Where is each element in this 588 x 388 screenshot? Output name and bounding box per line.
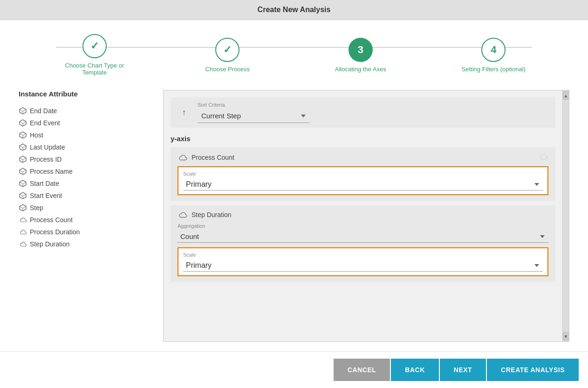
attr-step-duration: Step Duration: [19, 238, 149, 250]
svg-line-34: [23, 206, 26, 208]
step-1-circle: ✓: [82, 34, 107, 58]
svg-line-30: [23, 194, 26, 196]
attr-process-id: Process ID: [19, 153, 149, 165]
cube-icon-last-update: [19, 143, 27, 151]
cloud-icon-process-count: [19, 216, 27, 224]
attr-start-event: Start Event: [19, 190, 149, 202]
step-2-check: ✓: [223, 44, 232, 56]
svg-line-10: [23, 134, 26, 136]
y-axis-label: y-axis: [171, 135, 555, 143]
step-duration-scale-select[interactable]: Primary Secondary: [183, 259, 543, 272]
cloud-icon-metric-step-duration: [178, 211, 188, 218]
step-3-number: 3: [358, 44, 363, 56]
svg-line-33: [20, 206, 23, 208]
step-4-circle: 4: [481, 38, 506, 62]
attr-process-count-label: Process Count: [30, 216, 73, 224]
step-3-circle: 3: [349, 38, 373, 62]
attr-end-date-label: End Date: [30, 107, 57, 115]
sort-criteria-select-wrap: Sort Criteria Current Step End Date Proc…: [198, 102, 548, 123]
back-button[interactable]: BACK: [391, 359, 438, 381]
svg-line-13: [20, 146, 23, 148]
attr-step-label: Step: [30, 204, 43, 211]
svg-line-29: [20, 194, 23, 196]
process-count-scale-box: Scale Primary Secondary: [178, 166, 548, 195]
scroll-content: ↑ Sort Criteria Current Step End Date Pr…: [164, 90, 562, 341]
sort-criteria-label: Sort Criteria: [198, 102, 548, 108]
step-1: ✓ Choose Chart Type or Template: [28, 34, 161, 76]
attr-end-event-label: End Event: [30, 119, 60, 127]
dialog-title: Create New Analysis: [258, 6, 331, 14]
instance-attribute-heading: Instance Attribute: [19, 90, 149, 98]
metric-process-count-name: Process Count: [191, 154, 234, 161]
footer-buttons: CANCEL BACK NEXT CREATE ANALYSIS: [0, 351, 588, 388]
dialog-header: Create New Analysis: [0, 0, 588, 20]
attr-host: Host: [19, 129, 149, 141]
step-4: 4 Setting Filters (optional): [427, 38, 561, 73]
attr-process-duration: Process Duration: [19, 226, 149, 238]
cube-icon-step: [19, 204, 27, 212]
svg-line-18: [23, 158, 26, 160]
attr-end-date: End Date: [19, 105, 149, 117]
metric-step-duration-header: Step Duration: [178, 211, 548, 218]
create-analysis-button[interactable]: CREATE ANALYSIS: [487, 359, 579, 381]
svg-line-26: [23, 182, 26, 184]
cube-icon-start-event: [19, 191, 27, 200]
attr-step: Step: [19, 202, 149, 214]
attr-process-duration-label: Process Duration: [30, 228, 80, 236]
dialog-container: Create New Analysis ✓ Choose Chart Type …: [0, 0, 588, 388]
cloud-icon-process-duration: [19, 228, 27, 236]
cube-icon-start-date: [19, 179, 27, 188]
cube-icon-process-name: [19, 167, 27, 176]
svg-line-22: [23, 170, 26, 172]
attr-process-name: Process Name: [19, 165, 149, 177]
metric-process-count-header: Process Count: [178, 153, 548, 162]
attr-end-event: End Event: [19, 117, 149, 129]
step-2-circle: ✓: [215, 38, 239, 62]
svg-line-9: [20, 134, 23, 136]
cloud-icon-step-duration: [19, 240, 27, 248]
step-duration-aggregation-wrap: Aggregation Count Sum Average Min Max: [178, 223, 548, 243]
svg-line-2: [23, 109, 26, 111]
attr-last-update: Last Update: [19, 141, 149, 153]
step-1-label: Choose Chart Type or Template: [57, 62, 132, 76]
attr-start-date: Start Date: [19, 177, 149, 190]
cancel-button[interactable]: CANCEL: [334, 359, 390, 381]
svg-line-17: [20, 158, 23, 160]
svg-line-21: [20, 170, 23, 172]
cube-icon-host: [19, 131, 27, 139]
sort-criteria-block: ↑ Sort Criteria Current Step End Date Pr…: [171, 97, 555, 128]
stepper: ✓ Choose Chart Type or Template ✓ Choose…: [0, 20, 588, 81]
content-area: Instance Attribute End Date End Event Ho…: [0, 81, 588, 351]
scrollbar-track: ▲ ▼: [562, 90, 569, 341]
step-1-check: ✓: [90, 40, 99, 52]
aggregation-select[interactable]: Count Sum Average Min Max: [178, 231, 548, 243]
scroll-thumb-area: [563, 100, 569, 332]
scroll-down-arrow[interactable]: ▼: [563, 332, 569, 340]
scroll-up-arrow[interactable]: ▲: [563, 91, 569, 100]
process-count-scale-select[interactable]: Primary Secondary: [183, 178, 543, 191]
next-button[interactable]: NEXT: [440, 359, 486, 381]
step-duration-scale-label: Scale: [183, 252, 543, 258]
right-panel: ↑ Sort Criteria Current Step End Date Pr…: [163, 90, 569, 342]
cube-icon-end-date: [19, 107, 27, 115]
metric-step-duration-block: Step Duration Aggregation Count Sum Aver…: [171, 205, 555, 282]
step-3-label: Allocating the Axes: [335, 66, 386, 73]
cloud-icon-metric-process-count: [178, 154, 188, 161]
aggregation-label: Aggregation: [178, 223, 548, 229]
sort-criteria-select[interactable]: Current Step End Date Process Count: [198, 109, 309, 123]
step-4-number: 4: [491, 44, 496, 56]
svg-line-6: [23, 122, 26, 123]
metric-step-duration-name: Step Duration: [191, 211, 232, 218]
attr-process-id-label: Process ID: [30, 156, 62, 163]
attr-process-count: Process Count: [19, 214, 149, 226]
metric-process-count-block: Process Count Scale Primary Secondary: [171, 147, 555, 201]
attr-start-event-label: Start Event: [30, 192, 62, 199]
step-2-label: Choose Process: [205, 66, 250, 73]
left-panel: Instance Attribute End Date End Event Ho…: [19, 90, 149, 342]
step-3: 3 Allocating the Axes: [294, 38, 427, 73]
sort-up-arrow-button[interactable]: ↑: [178, 106, 191, 119]
svg-line-1: [20, 109, 23, 111]
process-count-scale-label: Scale: [183, 171, 543, 177]
svg-line-5: [20, 122, 23, 123]
attr-last-update-label: Last Update: [30, 143, 65, 151]
